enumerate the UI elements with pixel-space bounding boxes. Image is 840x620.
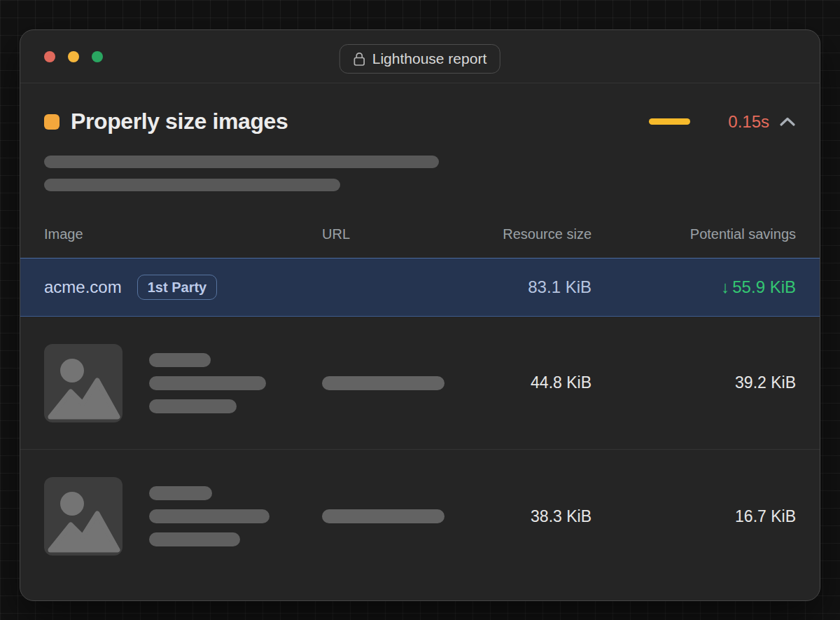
skeleton-line (149, 353, 211, 367)
image-text-skeleton (149, 486, 270, 546)
summary-row-acme[interactable]: acme.com 1st Party 83.1 KiB ↓55.9 KiB (20, 258, 820, 317)
skeleton-line (149, 486, 212, 500)
audit-meta: 0.15s (649, 112, 796, 132)
image-text-skeleton (149, 353, 266, 413)
audit-title: Properly size images (71, 109, 288, 135)
table-header: Image URL Resource size Potential saving… (20, 226, 820, 242)
minimize-button[interactable] (68, 51, 79, 62)
window-controls (44, 51, 103, 62)
column-header-potential-savings: Potential savings (592, 226, 796, 242)
table-row: 44.8 KiB 39.2 KiB (20, 317, 820, 450)
audit-timing-value: 0.15s (728, 112, 769, 132)
summary-savings-value: 55.9 KiB (732, 277, 796, 296)
skeleton-line (149, 399, 237, 413)
image-cell (44, 344, 322, 422)
potential-savings-value: 16.7 KiB (592, 507, 796, 526)
skeleton-line (149, 509, 270, 523)
resource-size-value: 44.8 KiB (469, 373, 592, 392)
first-party-badge: 1st Party (137, 275, 218, 300)
lock-icon (354, 52, 365, 67)
audit-header: Properly size images 0.15s (20, 109, 820, 135)
close-button[interactable] (44, 51, 55, 62)
image-placeholder-icon (44, 477, 122, 556)
zoom-button[interactable] (92, 51, 103, 62)
host-label: acme.com (44, 277, 122, 297)
severity-meter-bar (649, 118, 690, 125)
chevron-up-icon[interactable] (779, 116, 796, 127)
column-header-url: URL (322, 226, 469, 242)
url-cell (322, 376, 469, 390)
report-title-badge[interactable]: Lighthouse report (340, 44, 500, 74)
report-title-badge-label: Lighthouse report (372, 50, 486, 67)
image-cell (44, 477, 322, 556)
column-header-image: Image (44, 226, 322, 242)
summary-resource-size: 83.1 KiB (469, 277, 592, 297)
column-header-resource-size: Resource size (469, 226, 592, 242)
potential-savings-value: 39.2 KiB (592, 373, 796, 392)
savings-down-arrow-icon: ↓ (721, 277, 729, 296)
skeleton-line (149, 376, 266, 390)
window-titlebar: Lighthouse report (20, 30, 820, 83)
summary-savings: ↓55.9 KiB (592, 277, 796, 297)
audit-severity-icon (44, 114, 59, 130)
skeleton-text-line (44, 179, 340, 191)
url-skeleton (322, 376, 444, 390)
image-placeholder-icon (44, 344, 122, 422)
url-cell (322, 509, 469, 523)
table-row: 38.3 KiB 16.7 KiB (20, 450, 820, 583)
audit-description-skeleton (20, 156, 820, 191)
url-skeleton (322, 509, 444, 523)
host-cell: acme.com 1st Party (44, 275, 322, 300)
resource-size-value: 38.3 KiB (469, 507, 592, 526)
skeleton-text-line (44, 156, 439, 168)
skeleton-line (149, 532, 240, 546)
lighthouse-report-window: Lighthouse report Properly size images 0… (20, 29, 820, 601)
